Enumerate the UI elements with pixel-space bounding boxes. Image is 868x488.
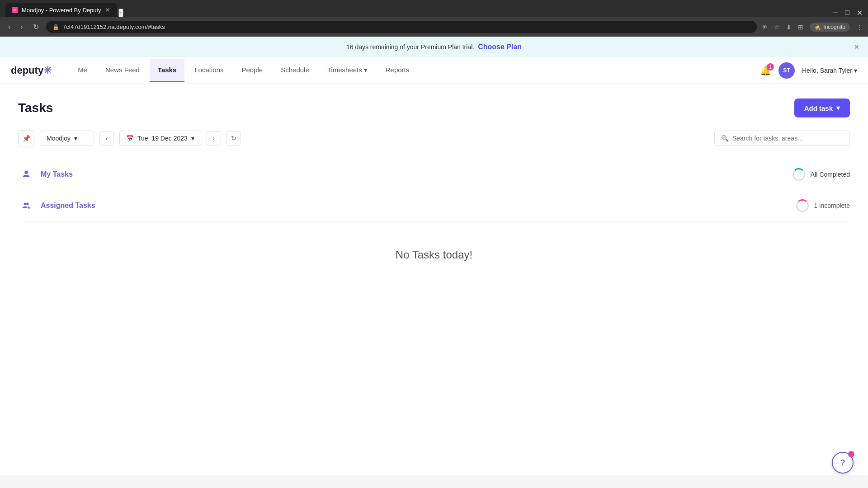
content-area: Tasks Add task ▾ 📌 Moodjoy ▾ ‹ 📅 Tue, 19… [0, 84, 868, 303]
svg-point-1 [24, 203, 27, 206]
app-container: 16 days remaining of your Premium Plan t… [0, 37, 868, 475]
nav-item-timesheets[interactable]: Timesheets ▾ [319, 59, 376, 83]
nav-item-tasks[interactable]: Tasks [150, 59, 184, 82]
trial-banner: 16 days remaining of your Premium Plan t… [0, 37, 868, 57]
greeting-dropdown-icon: ▾ [854, 67, 857, 74]
window-controls: ─ □ ✕ [833, 9, 863, 17]
empty-state-text: No Tasks today! [18, 249, 850, 261]
date-selector[interactable]: 📅 Tue, 19 Dec 2023 ▾ [119, 131, 201, 146]
my-tasks-icon [18, 166, 34, 183]
my-tasks-status: All Completed [793, 168, 850, 181]
address-bar-row: ‹ › ↻ 🔒 7cf47d19112152.na.deputy.com/#ta… [0, 17, 868, 37]
task-toolbar: 📌 Moodjoy ▾ ‹ 📅 Tue, 19 Dec 2023 ▾ › ↻ 🔍 [18, 130, 850, 146]
notification-badge: 1 [767, 63, 774, 70]
incognito-badge: 🕵 Incognito [810, 23, 850, 32]
empty-state: No Tasks today! [18, 221, 850, 288]
trial-banner-text: 16 days remaining of your Premium Plan t… [346, 43, 474, 51]
greeting-text: Hello, Sarah Tyler [802, 67, 852, 74]
location-label: Moodjoy [47, 135, 71, 142]
menu-button[interactable]: ⋮ [856, 23, 863, 31]
logo[interactable]: deputy✳ [11, 57, 52, 84]
download-icon[interactable]: ⬇ [786, 23, 792, 31]
browser-icons: 👁 ☆ ⬇ ⊞ 🕵 Incognito ⋮ [761, 23, 863, 32]
tab-title: Moodjoy - Powered By Deputy [22, 7, 101, 14]
page-header: Tasks Add task ▾ [18, 99, 850, 117]
pin-icon: 📌 [23, 135, 30, 142]
nav-item-reports[interactable]: Reports [377, 59, 418, 82]
assigned-tasks-status: 1 incomplete [796, 199, 850, 212]
lock-icon: 🔒 [52, 24, 59, 30]
refresh-tasks-button[interactable]: ↻ [226, 131, 241, 145]
next-icon: › [212, 135, 215, 142]
avatar[interactable]: ST [778, 62, 795, 79]
user-greeting[interactable]: Hello, Sarah Tyler ▾ [802, 67, 857, 74]
task-section-my-tasks: My TasksAll Completed [18, 159, 850, 190]
nav-item-schedule[interactable]: Schedule [273, 59, 317, 82]
add-task-button[interactable]: Add task ▾ [794, 99, 850, 117]
help-badge [848, 451, 854, 457]
my-tasks-status-icon [793, 168, 805, 181]
incognito-icon: 🕵 [814, 24, 821, 30]
location-dropdown-icon: ▾ [74, 135, 77, 142]
browser-tab-bar: M Moodjoy - Powered By Deputy ✕ + ─ □ ✕ [0, 0, 868, 17]
logo-text: deputy✳ [11, 65, 52, 76]
search-box: 🔍 [714, 131, 850, 146]
close-window-button[interactable]: ✕ [857, 9, 863, 17]
tab-favicon: M [12, 7, 18, 13]
url-text: 7cf47d19112152.na.deputy.com/#tasks [63, 23, 751, 30]
nav-item-locations[interactable]: Locations [186, 59, 231, 82]
nav-items: Me News Feed Tasks Locations People Sche… [70, 59, 760, 83]
assigned-tasks-status-icon [796, 199, 809, 212]
svg-point-0 [24, 171, 28, 174]
prev-date-button[interactable]: ‹ [99, 131, 114, 145]
incognito-label: Incognito [823, 24, 845, 30]
nav-item-news-feed[interactable]: News Feed [97, 59, 148, 82]
task-sections-list: My TasksAll CompletedAssigned Tasks1 inc… [18, 159, 850, 221]
tab-close-button[interactable]: ✕ [105, 6, 110, 14]
task-section-assigned-tasks: Assigned Tasks1 incomplete [18, 190, 850, 221]
calendar-icon: 📅 [126, 135, 134, 142]
help-button[interactable]: ? [832, 452, 854, 474]
add-task-dropdown-icon: ▾ [836, 104, 840, 112]
layout-icon[interactable]: ⊞ [798, 23, 803, 31]
refresh-icon: ↻ [231, 135, 236, 142]
svg-point-2 [26, 203, 29, 206]
star-icon[interactable]: ☆ [774, 23, 780, 31]
assigned-tasks-title[interactable]: Assigned Tasks [41, 202, 95, 210]
forward-button[interactable]: › [18, 21, 25, 33]
assigned-tasks-status-text: 1 incomplete [814, 202, 850, 209]
timesheets-dropdown-icon: ▾ [364, 66, 368, 74]
notification-bell[interactable]: 🔔 1 [760, 65, 771, 76]
minimize-button[interactable]: ─ [833, 9, 838, 17]
my-tasks-status-text: All Completed [811, 171, 850, 178]
prev-icon: ‹ [106, 135, 108, 142]
nav-right: 🔔 1 ST Hello, Sarah Tyler ▾ [760, 62, 857, 79]
page-title: Tasks [18, 101, 53, 115]
help-icon: ? [840, 458, 845, 468]
date-dropdown-icon: ▾ [191, 135, 194, 142]
address-bar[interactable]: 🔒 7cf47d19112152.na.deputy.com/#tasks [46, 21, 757, 33]
next-date-button[interactable]: › [207, 131, 221, 145]
choose-plan-link[interactable]: Choose Plan [478, 43, 522, 51]
back-button[interactable]: ‹ [5, 21, 13, 33]
add-task-label: Add task [804, 104, 833, 112]
eye-off-icon: 👁 [761, 23, 768, 31]
date-label: Tue, 19 Dec 2023 [137, 135, 188, 142]
maximize-button[interactable]: □ [845, 9, 849, 17]
pin-button[interactable]: 📌 [18, 130, 34, 146]
nav-item-me[interactable]: Me [70, 59, 95, 82]
nav-item-people[interactable]: People [233, 59, 271, 82]
assigned-tasks-icon [18, 197, 34, 214]
banner-close-button[interactable]: × [854, 42, 859, 52]
search-input[interactable] [732, 135, 843, 142]
browser-tab[interactable]: M Moodjoy - Powered By Deputy ✕ [5, 3, 117, 17]
main-nav: deputy✳ Me News Feed Tasks Locations Peo… [0, 57, 868, 84]
refresh-button[interactable]: ↻ [30, 21, 42, 33]
location-selector[interactable]: Moodjoy ▾ [40, 131, 94, 146]
new-tab-button[interactable]: + [118, 9, 124, 17]
browser-chrome: M Moodjoy - Powered By Deputy ✕ + ─ □ ✕ … [0, 0, 868, 37]
search-icon: 🔍 [721, 135, 729, 142]
my-tasks-title[interactable]: My Tasks [41, 170, 73, 178]
